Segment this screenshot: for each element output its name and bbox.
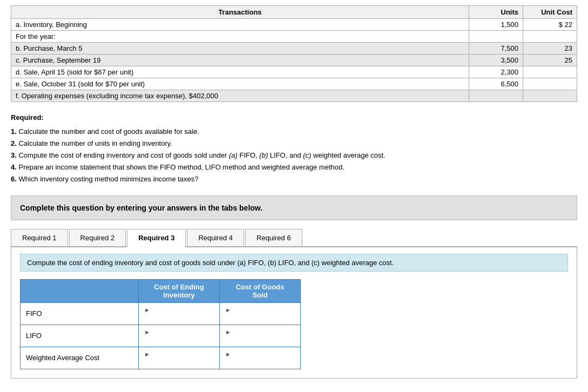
transaction-desc: c. Purchase, September 19 [11,55,469,66]
tabs-container: Required 1Required 2Required 3Required 4… [11,229,577,247]
transaction-units: 2,300 [469,66,523,78]
transaction-desc: e. Sale, October 31 (sold for $70 per un… [11,78,469,90]
transactions-header: Transactions [11,6,469,19]
arrow-icon: ► [144,307,150,313]
transaction-desc: b. Purchase, March 5 [11,43,469,55]
arrow-icon: ► [144,329,150,335]
tab-required-3[interactable]: Required 3 [127,229,186,247]
transaction-cost: 23 [523,43,577,55]
transaction-desc: d. Sale, April 15 (sold for $67 per unit… [11,66,469,78]
ending-inventory-field[interactable] [144,358,214,366]
transaction-desc: f. Operating expenses (excluding income … [11,90,469,102]
cogs-field[interactable] [225,336,295,344]
transaction-cost [523,66,577,78]
ending-inventory-input-2[interactable]: ► [139,347,220,369]
answer-table: Cost of EndingInventory Cost of GoodsSol… [20,279,301,369]
answer-col1-header [21,279,139,302]
arrow-icon: ► [225,307,231,313]
tab-description: Compute the cost of ending inventory and… [20,254,568,272]
transaction-units: 7,500 [469,43,523,55]
tab-required-5[interactable]: Required 6 [245,229,302,246]
ending-inventory-input-1[interactable]: ► [139,325,220,347]
cogs-input-1[interactable]: ► [220,325,301,347]
units-header: Units [469,6,523,19]
required-item-5: 6. Which inventory costing method minimi… [11,173,577,185]
ending-inventory-field[interactable] [144,336,214,344]
transaction-cost [523,31,577,43]
transaction-units [469,31,523,43]
transaction-units [469,90,523,102]
transactions-table: Transactions Units Unit Cost a. Inventor… [11,5,577,102]
transaction-cost: $ 22 [523,19,577,31]
cogs-input-0[interactable]: ► [220,302,301,325]
cogs-field[interactable] [225,358,295,366]
complete-box-text: Complete this question by entering your … [20,204,262,212]
arrow-icon: ► [225,351,231,357]
transaction-units: 3,500 [469,55,523,66]
complete-box: Complete this question by entering your … [11,195,577,220]
transaction-desc: For the year: [11,31,469,43]
transaction-cost: 25 [523,55,577,66]
method-label-2: Weighted Average Cost [21,347,139,369]
tab-required-2[interactable]: Required 2 [69,229,126,246]
transaction-units: 6,500 [469,78,523,90]
unit-cost-header: Unit Cost [523,6,577,19]
transaction-desc: a. Inventory, Beginning [11,19,469,31]
answer-table-row: LIFO►► [21,325,301,347]
answer-table-row: Weighted Average Cost►► [21,347,301,369]
required-label: Required: [11,112,577,124]
answer-col3-header: Cost of GoodsSold [220,279,301,302]
transaction-cost [523,78,577,90]
transaction-cost [523,90,577,102]
required-item-3: 3. Compute the cost of ending inventory … [11,150,577,161]
required-item-1: 1. Calculate the number and cost of good… [11,126,577,138]
required-item-4: 4. Prepare an income statement that show… [11,161,577,173]
tab-content: Compute the cost of ending inventory and… [11,247,577,379]
required-section: Required: 1. Calculate the number and co… [11,112,577,186]
tab-required-4[interactable]: Required 4 [187,229,244,246]
tab-required-1[interactable]: Required 1 [11,229,68,246]
transaction-units: 1,500 [469,19,523,31]
required-item-2: 2. Calculate the number of units in endi… [11,138,577,150]
cogs-field[interactable] [225,314,295,322]
method-label-0: FIFO [21,302,139,325]
answer-col2-header: Cost of EndingInventory [139,279,220,302]
method-label-1: LIFO [21,325,139,347]
arrow-icon: ► [225,329,231,335]
ending-inventory-field[interactable] [144,314,214,322]
arrow-icon: ► [144,351,150,357]
ending-inventory-input-0[interactable]: ► [139,302,220,325]
cogs-input-2[interactable]: ► [220,347,301,369]
answer-table-row: FIFO►► [21,302,301,325]
